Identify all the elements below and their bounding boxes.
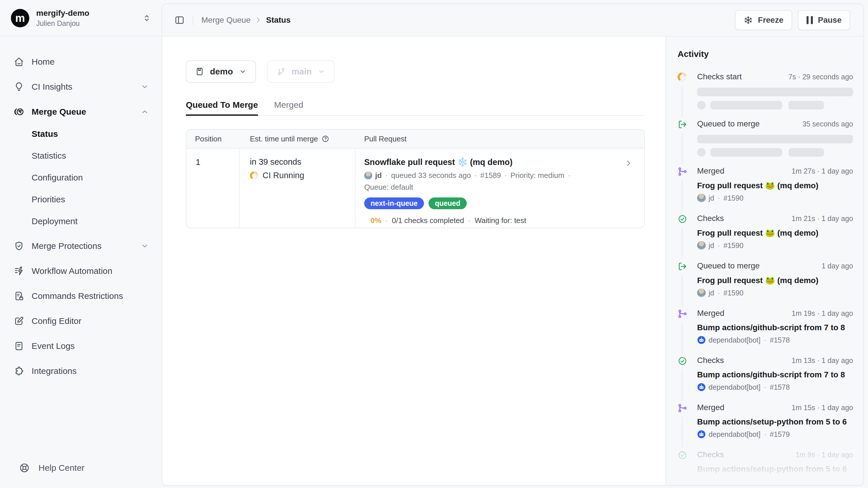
event-title: Merged [697, 403, 724, 412]
git-merge-icon [678, 403, 687, 413]
event-title: Merged [697, 166, 724, 176]
cell-pull-request: Snowflake pull request ❄️ (mq demo) jd q… [355, 149, 644, 228]
event-title: Checks [697, 214, 724, 223]
merge-queue-submenu: Status Statistics Configuration Prioriti… [14, 127, 149, 237]
org-owner: Julien Danjou [36, 19, 89, 28]
activity-event-merged: Merged1m 27s · 1 day ago Frog pull reque… [678, 166, 853, 214]
chevron-down-icon [141, 242, 149, 250]
author-login: dependabot[bot] [709, 477, 761, 485]
event-pr-title[interactable]: Frog pull request 🐸 (mq demo) [697, 228, 853, 238]
pr-author: jd [364, 171, 391, 180]
event-pr-title[interactable]: Bump actions/setup-python from 5 to 6 [697, 417, 853, 427]
sidebar-item-label: Home [32, 57, 55, 67]
freeze-button[interactable]: Freeze [735, 10, 792, 30]
event-title: Merged [697, 309, 724, 318]
pr-number[interactable]: #1590 [723, 289, 744, 297]
breadcrumb-divider [193, 15, 193, 25]
sidebar-toggle-icon[interactable] [174, 15, 185, 25]
col-position: Position [186, 135, 240, 143]
event-pr-meta: jd·#1590 [697, 289, 853, 297]
dependabot-avatar [697, 383, 706, 392]
workflow-zap-icon [14, 266, 24, 276]
breadcrumb-parent[interactable]: Merge Queue [202, 16, 250, 25]
mergify-dashboard: m mergify-demo Julien Danjou Home CI Ins… [0, 0, 868, 488]
sidebar-item-integrations[interactable]: Integrations [14, 364, 149, 378]
pr-number[interactable]: #1578 [770, 336, 790, 344]
pause-button[interactable]: Pause [798, 10, 850, 30]
help-center-link[interactable]: Help Center [0, 462, 162, 488]
home-icon [14, 57, 24, 67]
sidebar-item-commands-restrictions[interactable]: Commands Restrictions [14, 289, 149, 303]
chevron-down-icon [141, 83, 149, 91]
sidebar-item-config-editor[interactable]: Config Editor [14, 314, 149, 328]
sidebar-subitem-status[interactable]: Status [14, 127, 149, 140]
check-circle-icon [678, 356, 687, 366]
sidebar-item-label: CI Insights [32, 82, 72, 92]
sidebar-subitem-configuration[interactable]: Configuration [14, 171, 149, 184]
puzzle-icon [14, 366, 24, 376]
mergify-logo: m [11, 9, 29, 27]
sidebar-subitem-statistics[interactable]: Statistics [14, 149, 149, 162]
shield-check-icon [14, 241, 24, 251]
timeline-connector [682, 464, 682, 485]
question-circle-icon[interactable] [321, 135, 330, 143]
queue-row[interactable]: 1 in 39 seconds CI Running Snowflake pul… [186, 149, 644, 228]
snowflake-icon [744, 16, 753, 25]
sidebar-item-label: Workflow Automation [32, 266, 112, 276]
dependabot-avatar [697, 477, 706, 485]
cell-position: 1 [186, 149, 240, 228]
pr-number[interactable]: #1590 [723, 194, 744, 202]
branch-selector: main [268, 60, 335, 83]
pr-number[interactable]: #1578 [770, 383, 790, 392]
pr-number[interactable]: #1590 [723, 241, 744, 250]
event-time: 1m 15s · 1 day ago [792, 403, 853, 412]
chevrons-up-down-icon [142, 13, 151, 23]
sidebar-subitem-deployment[interactable]: Deployment [14, 215, 149, 228]
org-switcher[interactable]: m mergify-demo Julien Danjou [0, 0, 162, 36]
git-merge-icon [678, 167, 687, 176]
pr-queue-name: Queue: default [364, 183, 413, 192]
sidebar: m mergify-demo Julien Danjou Home CI Ins… [0, 0, 162, 488]
repository-selector[interactable]: demo [186, 60, 256, 83]
breadcrumb-current: Status [266, 16, 291, 25]
author-login: jd [709, 241, 714, 250]
page-header: Merge Queue Status Freeze Pause [162, 4, 863, 36]
sidebar-item-merge-protections[interactable]: Merge Protections [14, 239, 149, 253]
timeline-connector [682, 322, 682, 353]
sidebar-item-workflow-automation[interactable]: Workflow Automation [14, 264, 149, 278]
pr-number[interactable]: #1579 [770, 430, 790, 438]
event-pr-title[interactable]: Bump actions/github-script from 7 to 8 [697, 323, 853, 332]
selectors: demo main [186, 60, 645, 83]
activity-event-queued: Queued to merge35 seconds ago [678, 119, 853, 166]
timeline-connector [682, 86, 682, 117]
activity-event-checks: Checks1m 13s · 1 day ago Bump actions/gi… [678, 356, 853, 403]
tab-queued-to-merge[interactable]: Queued To Merge [186, 100, 258, 116]
sidebar-subitem-priorities[interactable]: Priorities [14, 193, 149, 206]
event-time: 1m 27s · 1 day ago [792, 167, 853, 175]
subitem-label: Priorities [32, 195, 65, 204]
event-pr-title[interactable]: Bump actions/setup-python from 5 to 6 [697, 464, 853, 473]
author-login: jd [709, 289, 714, 297]
ci-status-label: CI Running [262, 171, 304, 180]
tab-merged[interactable]: Merged [274, 100, 303, 116]
timeline-connector [682, 180, 682, 211]
pause-label: Pause [818, 16, 842, 25]
event-pr-title[interactable]: Bump actions/github-script from 7 to 8 [697, 370, 853, 379]
event-pr-meta: dependabot[bot]·#1578 [697, 383, 853, 392]
sidebar-item-event-logs[interactable]: Event Logs [14, 339, 149, 353]
author-avatar [697, 241, 706, 250]
pr-title[interactable]: Snowflake pull request ❄️ (mq demo) [364, 157, 613, 167]
sidebar-item-merge-queue[interactable]: Merge Queue [14, 105, 149, 119]
row-expand-chevron-icon[interactable] [624, 159, 633, 168]
event-title: Checks start [697, 72, 742, 81]
col-eta-label: Est. time until merge [250, 135, 318, 143]
event-time: 1m 21s · 1 day ago [792, 214, 853, 223]
activity-event-queued: Queued to merge1 day ago Frog pull reque… [678, 261, 853, 309]
dot-separator: · [717, 194, 720, 202]
checks-progress: 0% [371, 216, 381, 225]
event-pr-title[interactable]: Frog pull request 🐸 (mq demo) [697, 181, 853, 190]
sidebar-item-ci-insights[interactable]: CI Insights [14, 80, 149, 94]
queue-table: Position Est. time until merge Pull Requ… [186, 129, 645, 228]
sidebar-item-home[interactable]: Home [14, 55, 149, 69]
event-pr-title[interactable]: Frog pull request 🐸 (mq demo) [697, 276, 853, 285]
